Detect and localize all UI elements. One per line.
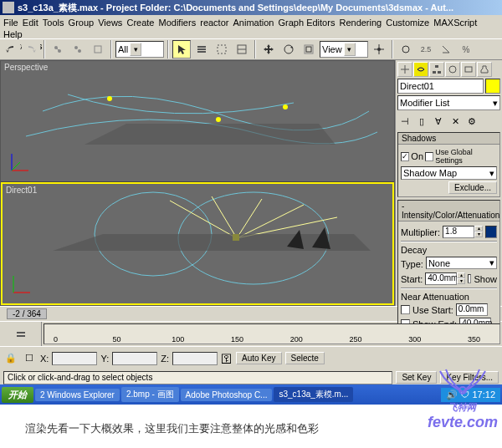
object-name-input[interactable]: Direct01 xyxy=(397,79,484,94)
x-label: X: xyxy=(40,354,49,364)
decay-start-spinner[interactable]: 40.0mm ▴▾ xyxy=(425,272,465,285)
z-coord-input[interactable] xyxy=(172,352,218,365)
undo-button[interactable] xyxy=(2,40,20,59)
remove-mod-button[interactable]: ✕ xyxy=(448,114,463,129)
menu-maxscript[interactable]: MAXScript xyxy=(433,17,477,28)
make-unique-button[interactable]: ∀ xyxy=(431,114,446,129)
tab-motion[interactable] xyxy=(445,62,460,77)
svg-rect-5 xyxy=(95,46,101,53)
unlink-button[interactable] xyxy=(69,40,87,59)
x-coord-input[interactable] xyxy=(52,352,97,365)
bind-button[interactable] xyxy=(89,40,107,59)
selection-filter-combo[interactable]: All ▾ xyxy=(115,41,164,58)
redo-button[interactable] xyxy=(22,40,40,59)
pin-stack-button[interactable]: ⊣ xyxy=(397,114,412,129)
pivot-button[interactable] xyxy=(370,40,388,59)
decay-label: Decay xyxy=(401,245,427,255)
tab-display[interactable] xyxy=(461,62,476,77)
snap-button[interactable]: 2.5 xyxy=(417,40,435,59)
watermark-brand: 飞特网 xyxy=(428,401,498,414)
menu-file[interactable]: File xyxy=(3,17,18,28)
object-color-swatch[interactable] xyxy=(485,79,500,94)
near-start-spinner[interactable]: 0.0mm xyxy=(456,303,488,316)
svg-line-27 xyxy=(170,201,237,238)
near-start-value[interactable]: 0.0mm xyxy=(456,303,488,316)
light-color-swatch[interactable] xyxy=(485,226,497,238)
menu-create[interactable]: Create xyxy=(126,17,154,28)
svg-rect-39 xyxy=(465,67,472,72)
start-button[interactable]: 开始 xyxy=(2,387,33,403)
viewport-direct01[interactable]: Direct01 xyxy=(1,182,394,306)
menu-reactor[interactable]: reactor xyxy=(200,17,228,28)
multiplier-value[interactable]: 1.8 xyxy=(443,226,474,238)
svg-rect-7 xyxy=(197,48,206,50)
selection-filter-value: All xyxy=(118,44,128,54)
select-region-button[interactable] xyxy=(213,40,231,59)
move-button[interactable] xyxy=(259,40,278,59)
menu-tools[interactable]: Tools xyxy=(43,17,64,28)
statusbar: 🔒 ☐ X: Y: Z: ⚿ Auto Key Selecte xyxy=(0,346,502,369)
menu-rendering[interactable]: Rendering xyxy=(339,17,382,28)
spinner-up-icon[interactable]: ▴ xyxy=(457,272,465,278)
near-use-checkbox[interactable] xyxy=(401,305,410,314)
trackbar-toggle-button[interactable] xyxy=(12,325,30,344)
svg-rect-41 xyxy=(17,335,25,337)
shadow-type-combo[interactable]: Shadow Map ▾ xyxy=(401,166,497,180)
menu-grapheditors[interactable]: Graph Editors xyxy=(279,17,336,28)
tab-utilities[interactable] xyxy=(477,62,492,77)
scale-button[interactable] xyxy=(300,40,318,59)
svg-rect-8 xyxy=(197,51,206,53)
rotate-button[interactable] xyxy=(279,40,298,59)
decay-type-combo[interactable]: None ▾ xyxy=(426,257,497,269)
modifier-list-combo[interactable]: Modifier List ▾ xyxy=(397,95,500,110)
spinner-up-icon[interactable]: ▴ xyxy=(474,226,483,232)
tab-create[interactable] xyxy=(397,62,412,77)
shadows-rollout-head[interactable]: Shadows xyxy=(398,133,499,145)
menu-views[interactable]: Views xyxy=(98,17,122,28)
spinner-down-icon[interactable]: ▾ xyxy=(457,278,465,284)
dropdown-icon: ▾ xyxy=(489,257,494,268)
multiplier-spinner[interactable]: 1.8 ▴▾ xyxy=(443,226,483,238)
decay-start-value[interactable]: 40.0mm xyxy=(425,272,457,285)
y-coord-input[interactable] xyxy=(112,352,157,365)
svg-rect-36 xyxy=(433,71,436,74)
dropdown-icon[interactable]: ▾ xyxy=(130,43,141,56)
menu-customize[interactable]: Customize xyxy=(386,17,429,28)
dropdown-icon[interactable]: ▾ xyxy=(344,43,356,56)
global-checkbox[interactable] xyxy=(425,152,433,161)
percent-snap-button[interactable]: % xyxy=(457,40,475,59)
lock-button[interactable]: 🔒 xyxy=(3,351,18,366)
task-item[interactable]: 2.bmp - 画图 xyxy=(121,387,179,402)
menu-group[interactable]: Group xyxy=(69,17,95,28)
task-item[interactable]: 2 Windows Explorer xyxy=(35,389,120,401)
show-end-button[interactable]: ▯ xyxy=(414,114,429,129)
decay-show-checkbox[interactable] xyxy=(468,274,471,283)
menu-animation[interactable]: Animation xyxy=(233,17,274,28)
shadow-on-checkbox[interactable]: ✓ xyxy=(401,152,409,161)
manipulate-button[interactable] xyxy=(397,40,415,59)
viewport-perspective[interactable]: Perspective xyxy=(1,61,394,182)
menu-modifiers[interactable]: Modifiers xyxy=(159,17,197,28)
exclude-button[interactable]: Exclude... xyxy=(448,181,497,194)
select-by-name-button[interactable] xyxy=(192,40,211,59)
task-item[interactable]: s3_c13a_素模.m... xyxy=(274,387,353,402)
tab-modify[interactable] xyxy=(413,62,428,77)
isolate-button[interactable]: ☐ xyxy=(22,351,37,366)
spinner-down-icon[interactable]: ▾ xyxy=(474,232,483,237)
trackbar-ruler[interactable]: 0 50 100 150 200 250 300 350 xyxy=(44,323,500,344)
link-button[interactable] xyxy=(49,40,67,59)
tick-label: 350 xyxy=(468,335,480,344)
menu-help[interactable]: Help xyxy=(3,28,23,40)
autokey-button[interactable]: Auto Key xyxy=(236,352,282,364)
tab-hierarchy[interactable] xyxy=(429,62,444,77)
decay-type-value: None xyxy=(428,258,450,268)
select-button[interactable] xyxy=(172,40,191,59)
task-item[interactable]: Adobe Photoshop C... xyxy=(181,389,273,401)
refcoord-combo[interactable]: View ▾ xyxy=(320,41,368,58)
selector-button[interactable]: Selecte xyxy=(285,352,325,364)
window-crossing-button[interactable] xyxy=(233,40,251,59)
configure-button[interactable]: ⚙ xyxy=(464,114,479,129)
menu-edit[interactable]: Edit xyxy=(23,17,38,28)
angle-snap-button[interactable] xyxy=(437,40,455,59)
intensity-rollout-head[interactable]: - Intensity/Color/Attenuation xyxy=(398,201,499,221)
